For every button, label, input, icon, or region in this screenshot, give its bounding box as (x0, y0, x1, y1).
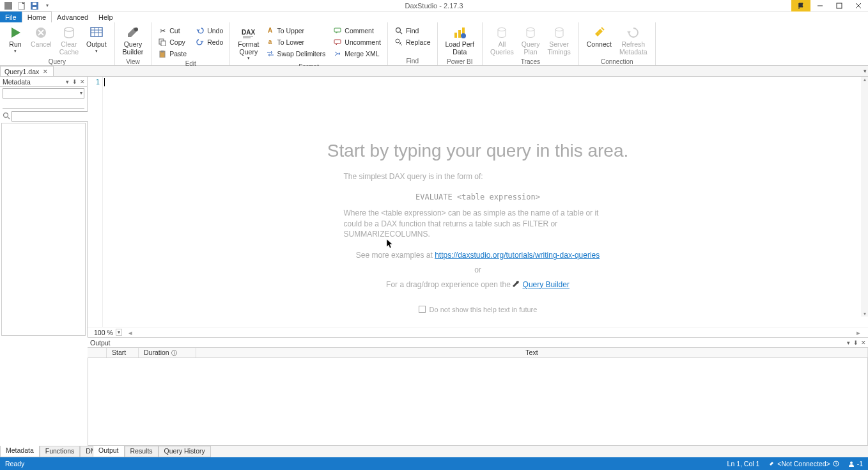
close-button[interactable] (849, 0, 868, 12)
comment-icon (333, 26, 342, 35)
ribbon-group-edit: ✂Cut Copy Paste Undo Redo Edit (151, 22, 230, 65)
cancel-button[interactable]: Cancel (27, 24, 56, 50)
status-bar: Ready Ln 1, Col 1 <Not Connected> -1 (0, 457, 868, 470)
tab-results[interactable]: Results (125, 446, 159, 457)
cut-button[interactable]: ✂Cut (155, 25, 189, 36)
tab-functions[interactable]: Functions (40, 446, 81, 457)
col-text[interactable]: Text (196, 348, 868, 358)
tab-output[interactable]: Output (93, 446, 125, 457)
merge-xml-icon (333, 49, 342, 58)
title-bar: ▾ DaxStudio - 2.17.3 (0, 0, 868, 12)
uncomment-button[interactable]: Uncomment (330, 36, 384, 47)
output-body[interactable] (88, 358, 868, 446)
save-icon[interactable] (29, 1, 40, 10)
connect-button[interactable]: Connect (583, 24, 616, 50)
output-button[interactable]: Output▾ (82, 24, 111, 54)
close-icon[interactable]: ✕ (79, 79, 86, 85)
clear-cache-button[interactable]: Clear Cache (56, 24, 82, 57)
wrench-icon (513, 280, 520, 289)
info-icon: ⓘ (171, 350, 177, 356)
app-icon (4, 1, 13, 10)
svg-point-34 (461, 33, 466, 38)
model-dropdown[interactable]: ▾ (3, 88, 84, 98)
qat-dropdown-icon[interactable]: ▾ (42, 1, 52, 10)
svg-text:DAX: DAX (242, 29, 255, 36)
svg-rect-26 (334, 28, 341, 32)
tab-metadata[interactable]: Metadata (0, 446, 40, 457)
vertical-scrollbar[interactable]: ▴▾ (861, 77, 868, 317)
panel-dropdown-icon[interactable]: ▾ (64, 79, 70, 85)
query-builder-button[interactable]: Query Builder (119, 24, 148, 57)
col-duration[interactable]: Duration ⓘ (139, 348, 196, 358)
new-file-icon[interactable] (17, 1, 27, 10)
status-user: -1 (848, 460, 863, 468)
menu-home[interactable]: Home (22, 12, 52, 22)
close-icon[interactable]: ✕ (860, 340, 867, 346)
horizontal-scroll-left[interactable]: ◂ (128, 329, 134, 336)
menu-help[interactable]: Help (93, 12, 118, 22)
ribbon-group-view: Query Builder View (115, 22, 152, 65)
svg-point-39 (4, 113, 8, 118)
svg-point-18 (134, 28, 138, 31)
undo-button[interactable]: Undo (193, 25, 226, 36)
ribbon-group-label: Query (0, 58, 114, 66)
svg-line-38 (601, 28, 604, 30)
to-lower-button[interactable]: aTo Lower (263, 36, 329, 47)
ribbon-group-find: Find Replace Find (388, 22, 438, 65)
format-query-button[interactable]: DAX Format Query▾ (234, 24, 263, 62)
ribbon-group-connection: Connect Refresh Metadata Connection (579, 22, 656, 65)
ribbon-group-label: View (115, 58, 151, 66)
to-upper-button[interactable]: ATo Upper (263, 25, 329, 36)
comment-button[interactable]: Comment (330, 25, 384, 36)
zoom-dropdown-icon[interactable]: ▾ (116, 329, 122, 336)
notification-flag-icon[interactable] (791, 0, 810, 12)
horizontal-scroll-right[interactable]: ▸ (856, 329, 862, 336)
replace-button[interactable]: Replace (392, 36, 433, 47)
doc-tab[interactable]: Query1.dax ✕ (0, 66, 54, 76)
pin-icon[interactable]: ⬇ (853, 340, 859, 346)
swap-delimiters-button[interactable]: Swap Delimiters (263, 48, 329, 59)
document-tabs: Query1.dax ✕ ▾ (0, 66, 868, 77)
ribbon-group-label: Connection (579, 58, 655, 66)
hide-help-checkbox[interactable] (419, 306, 426, 313)
find-button[interactable]: Find (392, 25, 433, 36)
svg-rect-6 (837, 3, 842, 8)
load-perf-data-button[interactable]: Load Perf Data (442, 24, 479, 57)
paste-button[interactable]: Paste (155, 48, 189, 59)
editor-surface[interactable]: 1 Start by typing your query in this are… (88, 77, 868, 327)
metadata-tree[interactable] (1, 123, 86, 336)
svg-rect-22 (161, 51, 164, 52)
redo-button[interactable]: Redo (193, 36, 226, 47)
pin-icon[interactable]: ⬇ (72, 79, 78, 85)
server-timings-button[interactable]: Server Timings (543, 24, 574, 57)
uncomment-icon (333, 38, 342, 47)
metadata-search-input[interactable] (12, 111, 97, 122)
col-start[interactable]: Start (107, 348, 139, 358)
svg-point-28 (396, 28, 400, 32)
all-queries-button[interactable]: All Queries (486, 24, 518, 57)
plug-icon (768, 460, 775, 467)
svg-point-30 (396, 39, 399, 43)
to-upper-icon: A (266, 26, 275, 35)
tab-query-history[interactable]: Query History (159, 446, 211, 457)
doc-tabs-dropdown-icon[interactable]: ▾ (864, 68, 867, 74)
bottom-tabs: Metadata Functions DMV Output Results Qu… (0, 446, 868, 457)
panel-dropdown-icon[interactable]: ▾ (845, 340, 851, 346)
merge-xml-button[interactable]: Merge XML (330, 48, 384, 59)
tutorial-link[interactable]: https://daxstudio.org/tutorials/writing-… (435, 251, 600, 260)
query-plan-button[interactable]: Query Plan (518, 24, 544, 57)
find-icon (394, 26, 403, 35)
query-builder-link[interactable]: Query Builder (523, 280, 570, 289)
run-button[interactable]: Run▾ (4, 24, 27, 54)
menu-advanced[interactable]: Advanced (52, 12, 93, 22)
editor-placeholder: Start by typing your query in this area.… (88, 141, 868, 313)
refresh-metadata-button[interactable]: Refresh Metadata (616, 24, 651, 57)
copy-button[interactable]: Copy (155, 36, 189, 47)
minimize-button[interactable] (810, 0, 830, 12)
close-icon[interactable]: ✕ (43, 68, 49, 75)
ribbon-group-format: DAX Format Query▾ ATo Upper aTo Lower Sw… (230, 22, 388, 65)
perspective-dropdown[interactable] (3, 101, 84, 109)
menu-file[interactable]: File (0, 12, 22, 22)
maximize-button[interactable] (830, 0, 849, 12)
svg-point-37 (555, 28, 563, 31)
